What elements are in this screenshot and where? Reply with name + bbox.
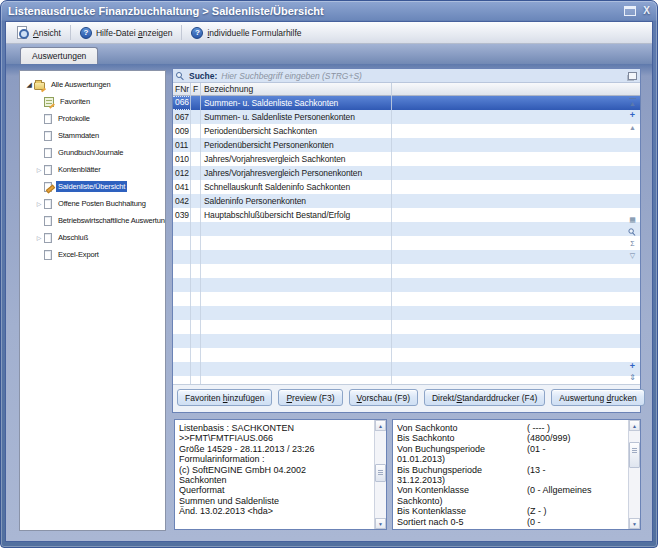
toolbar-separator [181, 25, 182, 40]
expander-open-icon[interactable]: ◢ [24, 81, 34, 89]
tree-item-saldenliste-uebersicht[interactable]: Saldenliste/Übersicht [20, 178, 165, 195]
scroll-down-arrow[interactable]: ▼ [375, 518, 386, 529]
column-header-empty[interactable] [392, 83, 640, 95]
help-icon: ? [191, 27, 203, 39]
vorschau-button[interactable]: Vorschau (F9) [349, 389, 418, 406]
page-icon [44, 199, 52, 209]
page-icon [44, 233, 52, 243]
application-window: Listenausdrucke Finanzbuchhaltung > Sald… [0, 0, 658, 548]
grid-view-icon[interactable]: ▦ [629, 215, 636, 224]
auswertung-drucken-button[interactable]: Auswertung drucken [551, 389, 645, 406]
list-side-toolbar: ▲ + ▲ ▦ Σ ▽ + ⇕ [626, 96, 639, 384]
tab-auswertungen[interactable]: Auswertungen [20, 47, 98, 64]
table-row[interactable]: 010Jahres/Vorjahresvergleich Sachkonten [173, 152, 640, 166]
page-icon [44, 165, 52, 175]
scroll-up-icon[interactable]: ▲ [629, 123, 636, 132]
page-icon [44, 216, 52, 226]
scroll-thumb[interactable] [375, 464, 386, 482]
form-info-panel: Listenbasis : SACHKONTEN >>FMT\FMTFIAUS.… [174, 419, 387, 530]
column-divider [190, 83, 191, 384]
search-label: Suche: [189, 71, 217, 81]
scrollbar[interactable]: ▲ ▼ [374, 420, 386, 529]
expander-closed-icon[interactable]: ▷ [34, 200, 44, 207]
column-header-bezeichnung[interactable]: Bezeichnung [201, 83, 392, 95]
content-area: ◢ Alle Auswertungen Favoriten Protokolle [6, 64, 652, 541]
toolbar-separator [70, 25, 71, 40]
form-info-text: Listenbasis : SACHKONTEN >>FMT\FMTFIAUS.… [175, 420, 374, 529]
selected-tree-item-label: Saldenliste/Übersicht [56, 181, 127, 192]
tree-item-protokolle[interactable]: Protokolle [20, 110, 165, 127]
client-area: Ansicht ? Hilfe-Datei anzeigen ? individ… [5, 21, 653, 542]
expand-collapse-icon[interactable]: ⇕ [629, 373, 636, 382]
page-icon [44, 148, 52, 158]
scroll-up-arrow[interactable]: ▲ [375, 420, 386, 431]
table-row[interactable]: 067Summen- u. Saldenliste Personenkonten [173, 110, 640, 124]
auswertungen-tree: ◢ Alle Auswertungen Favoriten Protokolle [19, 70, 166, 531]
search-bar[interactable]: Suche: Hier Suchbegriff eingeben (STRG+S… [173, 69, 640, 83]
column-divider [391, 83, 392, 384]
selection-info-panel: Von Sachkonto( ---- ) Bis Sachkonto(4800… [392, 419, 641, 530]
tree-item-abschluss[interactable]: ▷ Abschluß [20, 229, 165, 246]
tree-item-alle-auswertungen[interactable]: ◢ Alle Auswertungen [20, 76, 165, 93]
expander-closed-icon[interactable]: ▷ [34, 234, 44, 241]
hilfe-datei-anzeigen-button[interactable]: ? Hilfe-Datei anzeigen [74, 25, 179, 41]
preview-button[interactable]: Preview (F3) [278, 389, 342, 406]
table-header: FNr F Bezeichnung [173, 83, 640, 96]
scroll-thumb[interactable] [629, 442, 640, 468]
tree-item-betriebswirtschaftliche-auswertungen[interactable]: Betriebswirtschaftliche Auswertungen [20, 212, 165, 229]
restore-button[interactable] [624, 6, 636, 16]
tree-item-favoriten[interactable]: Favoriten [20, 93, 165, 110]
page-icon [44, 250, 52, 260]
scroll-down-arrow[interactable]: ▼ [629, 518, 640, 529]
column-header-fnr[interactable]: FNr [173, 83, 191, 95]
table-row[interactable]: 039Hauptabschlußübersicht Bestand/Erfolg [173, 208, 640, 222]
favoriten-hinzufuegen-button[interactable]: Favoriten hinzufügen [177, 389, 272, 406]
direkt-standarddrucker-button[interactable]: Direkt/Standarddrucker (F4) [424, 389, 545, 406]
table-row[interactable]: 066Summen- u. Saldenliste Sachkonten [173, 96, 640, 110]
view-icon [16, 26, 29, 39]
page-icon [44, 131, 52, 141]
table-row[interactable]: 012Jahres/Vorjahresvergleich Personenkon… [173, 166, 640, 180]
search-list-icon[interactable] [628, 227, 636, 235]
tree-item-offene-posten-buchhaltung[interactable]: ▷ Offene Posten Buchhaltung [20, 195, 165, 212]
table-body: 066Summen- u. Saldenliste Sachkonten 067… [173, 96, 640, 384]
scroll-up-arrow[interactable]: ▲ [629, 420, 640, 431]
page-edit-icon [44, 182, 52, 192]
selection-info-text: Von Sachkonto( ---- ) Bis Sachkonto(4800… [393, 420, 628, 529]
window-title: Listenausdrucke Finanzbuchhaltung > Sald… [8, 5, 324, 17]
help-icon: ? [80, 27, 92, 39]
action-button-bar: Favoriten hinzufügen Preview (F3) Vorsch… [173, 384, 640, 412]
sum-icon[interactable]: Σ [630, 239, 634, 248]
table-row[interactable]: 042Saldeninfo Personenkonten [173, 194, 640, 208]
search-icon [176, 71, 185, 80]
individuelle-formularhilfe-button[interactable]: ? individuelle Formularhilfe [185, 25, 307, 41]
expander-closed-icon[interactable]: ▷ [34, 166, 44, 173]
tab-bar: Auswertungen [6, 44, 652, 64]
ansicht-button[interactable]: Ansicht [10, 24, 67, 41]
form-list-panel: Suche: Hier Suchbegriff eingeben (STRG+S… [172, 68, 641, 413]
filter-icon[interactable]: ▽ [630, 251, 635, 260]
tree-item-grundbuch-journale[interactable]: Grundbuch/Journale [20, 144, 165, 161]
add-icon[interactable]: + [630, 111, 635, 120]
tree-item-stammdaten[interactable]: Stammdaten [20, 127, 165, 144]
table-row[interactable]: 041Schnellauskunft Saldeninfo Sachkonten [173, 180, 640, 194]
scrollbar[interactable]: ▲ ▼ [628, 420, 640, 529]
search-input[interactable]: Hier Suchbegriff eingeben (STRG+S) [221, 71, 362, 81]
folder-edit-icon [34, 82, 45, 90]
close-button[interactable]: X [643, 6, 650, 16]
table-row[interactable]: 011Periodenübersicht Personenkonten [173, 138, 640, 152]
tree-item-kontenblaetter[interactable]: ▷ Kontenblätter [20, 161, 165, 178]
title-bar: Listenausdrucke Finanzbuchhaltung > Sald… [1, 1, 657, 21]
scroll-to-top-icon[interactable]: ▲ [629, 98, 636, 108]
window-frame: Listenausdrucke Finanzbuchhaltung > Sald… [0, 0, 658, 548]
add-row-icon[interactable]: + [630, 362, 635, 371]
tree-item-excel-export[interactable]: Excel-Export [20, 246, 165, 263]
favorites-icon [44, 97, 54, 107]
column-divider [200, 83, 201, 384]
toolbar: Ansicht ? Hilfe-Datei anzeigen ? individ… [6, 22, 652, 44]
table-row[interactable]: 009Periodenübersicht Sachkonten [173, 124, 640, 138]
page-icon [44, 114, 52, 124]
column-chooser-icon[interactable] [628, 72, 637, 80]
